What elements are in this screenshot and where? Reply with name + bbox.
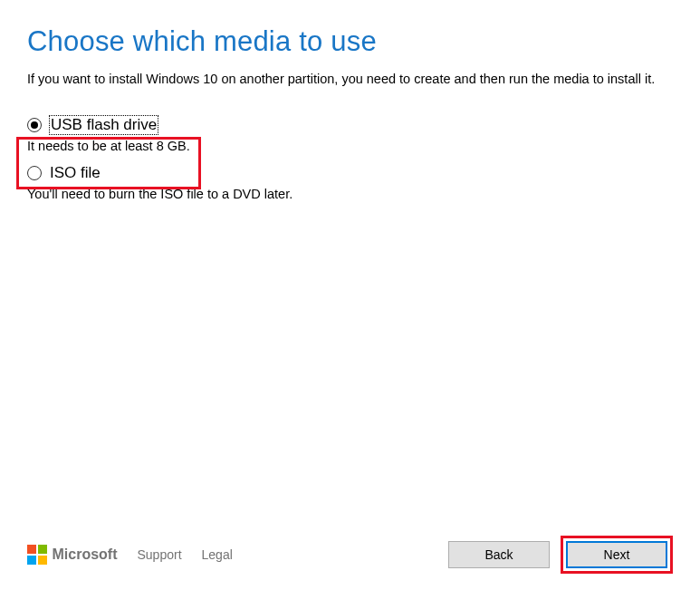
support-link[interactable]: Support [138, 547, 182, 562]
page-description: If you want to install Windows 10 on ano… [27, 71, 673, 89]
media-options: USB flash drive It needs to be at least … [27, 116, 673, 202]
microsoft-logo-text: Microsoft [53, 546, 118, 563]
page-title: Choose which media to use [27, 25, 673, 58]
microsoft-logo-icon [27, 545, 47, 565]
footer: Microsoft Support Legal Back Next [0, 536, 700, 574]
next-button[interactable]: Next [566, 541, 667, 568]
microsoft-logo: Microsoft [27, 545, 118, 565]
option-iso-label: ISO file [50, 164, 101, 182]
back-button[interactable]: Back [448, 541, 550, 568]
option-usb[interactable]: USB flash drive It needs to be at least … [27, 116, 673, 153]
option-iso[interactable]: ISO file You'll need to burn the ISO fil… [27, 164, 673, 201]
option-usb-label: USB flash drive [50, 116, 158, 134]
option-iso-sub: You'll need to burn the ISO file to a DV… [27, 187, 673, 201]
option-usb-sub: It needs to be at least 8 GB. [27, 139, 673, 153]
highlight-annotation-next: Next [561, 536, 673, 574]
legal-link[interactable]: Legal [202, 547, 233, 562]
radio-iso-icon[interactable] [27, 166, 42, 180]
radio-usb-icon[interactable] [27, 118, 42, 132]
